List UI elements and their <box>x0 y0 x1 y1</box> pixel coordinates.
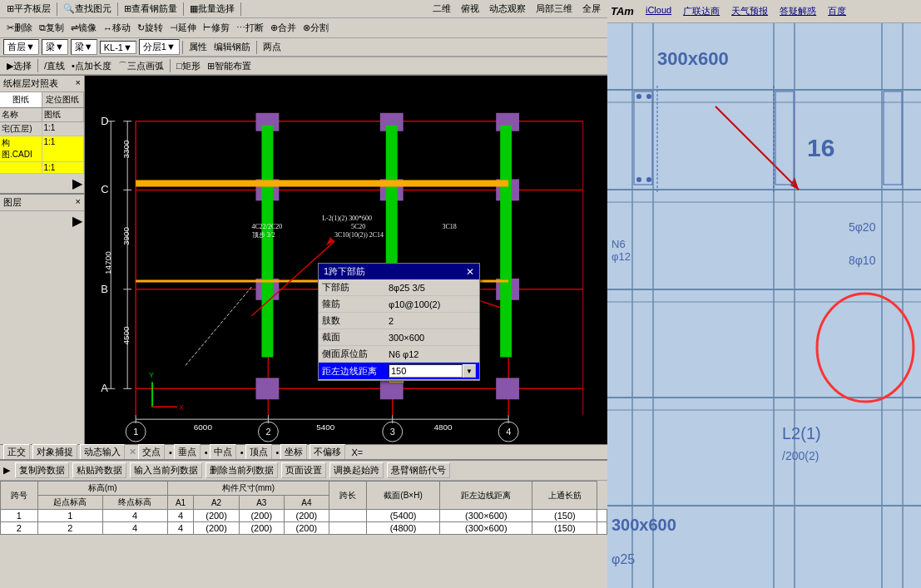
svg-text:8φ10: 8φ10 <box>849 254 876 267</box>
orthogonal-btn[interactable]: 正交 <box>3 444 30 460</box>
toolbar-merge[interactable]: ⊕合并 <box>267 21 300 35</box>
toolbar-trim[interactable]: ⊢修剪 <box>200 21 233 35</box>
td-span-len: (5400) <box>366 510 440 522</box>
bookmark-icloud[interactable]: iCloud <box>646 5 671 17</box>
toolbar-topview[interactable]: 俯视 <box>458 2 483 16</box>
vertex-btn[interactable]: 顶点 <box>245 444 272 460</box>
toolbar-point-length[interactable]: • 点加长度 <box>68 59 115 73</box>
sep3 <box>183 2 184 16</box>
toolbar-rect[interactable]: □ 矩形 <box>173 59 204 73</box>
toolbar-2d[interactable]: 二维 <box>429 2 454 16</box>
toolbar-dynamic[interactable]: 动态观察 <box>486 2 529 16</box>
bookmark-qa[interactable]: 答疑解惑 <box>780 5 816 17</box>
midpoint-btn[interactable]: 中点 <box>210 444 236 460</box>
toolbar-local3d[interactable]: 局部三维 <box>532 2 576 16</box>
copy-span-btn[interactable]: 复制跨数据 <box>15 462 69 478</box>
sidebar-row-2[interactable]: 构图.CADI 1:1 <box>0 136 84 162</box>
toolbar-twopoint[interactable]: 两点 <box>260 40 285 54</box>
toolbar-pingqi[interactable]: ⊞ 平齐板层 <box>3 2 54 16</box>
right-panel: TAm iCloud 广联达商 天气预报 答疑解惑 百度 <box>607 0 921 588</box>
dialog-close-button[interactable]: ✕ <box>466 266 474 278</box>
td-a2: (200) <box>239 522 284 535</box>
dialog-row-section: 截面 300×600 <box>319 329 479 346</box>
element-dropdown1[interactable]: 梁▼ <box>42 39 68 55</box>
toolbar-batch[interactable]: ▦ 批量选择 <box>186 2 238 16</box>
coordinate-btn[interactable]: 坐标 <box>280 444 307 460</box>
toolbar-rotate[interactable]: ↻旋转 <box>134 21 166 35</box>
dialog-title[interactable]: 1跨下部筋 ✕ <box>319 264 479 279</box>
tab-drawings[interactable]: 图纸 <box>0 92 42 107</box>
th-start-h: 起点标高 <box>37 496 102 510</box>
delete-col-btn[interactable]: 删除当前列数据 <box>205 462 278 478</box>
layer-dropdown[interactable]: 分层1▼ <box>139 39 180 55</box>
distance-dropdown[interactable]: ▼ <box>389 364 476 378</box>
bookmark-weather[interactable]: 天气预报 <box>731 5 768 17</box>
svg-text:N6: N6 <box>612 238 626 250</box>
svg-text:4800: 4800 <box>434 422 453 432</box>
floor-dropdown[interactable]: 首层▼ <box>3 39 39 55</box>
table-row[interactable]: 1 1 4 4 (200) (200) (200) (5400) (300×60… <box>1 510 607 522</box>
td-section: (300×600) <box>440 510 532 522</box>
toolbar-smart-layout[interactable]: ⊞ 智能布置 <box>204 59 255 73</box>
search-icon: 🔍 <box>63 3 75 14</box>
cantilever-btn[interactable]: 悬臂钢筋代号 <box>387 462 450 478</box>
drawing-canvas[interactable]: D C B A 1 2 <box>85 76 607 444</box>
toolbar-delete[interactable]: ✂删除 <box>3 21 36 35</box>
bookmark-glida[interactable]: 广联达商 <box>683 5 720 17</box>
canvas-svg: D C B A 1 2 <box>85 76 607 444</box>
table-row[interactable]: 2 2 4 4 (200) (200) (200) (4800) (300×60… <box>1 522 607 535</box>
sidebar-row-1[interactable]: 宅(五层) 1:1 <box>0 122 84 136</box>
left-panel: ⊞ 平齐板层 🔍 查找图元 ⊞ 查看钢筋量 ▦ 批量选择 <box>0 0 607 588</box>
intersection-btn[interactable]: 交点 <box>138 444 165 460</box>
toolbar-view-rebar[interactable]: ⊞ 查看钢筋量 <box>121 2 181 16</box>
td-a3: (200) <box>284 510 329 522</box>
perpendicular-btn[interactable]: 垂点 <box>174 444 201 460</box>
distance-input[interactable] <box>389 364 463 378</box>
svg-text:5φ20: 5φ20 <box>849 220 876 234</box>
td-a1: (200) <box>194 510 239 522</box>
sidebar-row-3[interactable]: 1:1 <box>0 162 84 174</box>
element-dropdown3[interactable]: KL-1▼ <box>100 41 136 54</box>
toolbar-break[interactable]: ⋯打断 <box>233 21 267 35</box>
bookmark-baidu[interactable]: 百度 <box>828 5 846 17</box>
swap-start-btn[interactable]: 调换起始跨 <box>329 462 384 478</box>
element-dropdown2[interactable]: 梁▼ <box>71 39 97 55</box>
object-snap-btn[interactable]: 对象捕捉 <box>32 444 77 460</box>
toolbar-property[interactable]: 属性 <box>186 40 210 54</box>
page-setup-btn[interactable]: 页面设置 <box>281 462 326 478</box>
panel-close-icon[interactable]: × <box>76 77 81 90</box>
toolbar-line[interactable]: / 直线 <box>41 59 68 73</box>
data-table-scroll[interactable]: 跨号 标高(m) 构件尺寸(mm) 跨长 截面(B×H) 距左边线距离 上通长筋… <box>0 481 607 535</box>
input-col-btn[interactable]: 输入当前列数据 <box>130 462 202 478</box>
paste-span-btn[interactable]: 粘贴跨数据 <box>72 462 126 478</box>
th-span-len: 跨长 <box>329 482 367 510</box>
toolbar-split[interactable]: ⊗分割 <box>300 21 332 35</box>
svg-text:300x600: 300x600 <box>657 48 729 69</box>
svg-text:3900: 3900 <box>121 226 131 245</box>
th-a1: A1 <box>167 496 194 510</box>
toolbar-fullscreen[interactable]: 全屏 <box>579 2 604 16</box>
dropdown-arrow[interactable]: ▼ <box>463 364 476 378</box>
svg-text:4: 4 <box>506 427 511 437</box>
toolbar-arc[interactable]: ⌒ 三点画弧 <box>115 59 167 73</box>
tab-position[interactable]: 定位图纸 <box>42 92 85 107</box>
td-a3: (200) <box>284 522 329 535</box>
svg-text:14700: 14700 <box>103 251 112 274</box>
toolbar-find[interactable]: 🔍 查找图元 <box>60 2 115 16</box>
toolbar-select[interactable]: ▶ 选择 <box>3 59 35 73</box>
svg-text:L2(1): L2(1) <box>782 424 821 442</box>
toolbar-extend[interactable]: ⊣延伸 <box>166 21 200 35</box>
toolbar-mirror[interactable]: ⇌镜像 <box>67 21 100 35</box>
expand-arrow[interactable]: ▶ <box>72 175 82 191</box>
layer-close-icon[interactable]: × <box>76 196 81 209</box>
dynamic-input-btn[interactable]: 动态输入 <box>80 444 125 460</box>
toolbar-edit-rebar[interactable]: 编辑钢筋 <box>210 40 254 54</box>
no-offset-btn[interactable]: 不偏移 <box>309 444 345 460</box>
svg-text:300x600: 300x600 <box>612 516 676 534</box>
toolbar-move[interactable]: ↔移动 <box>100 21 134 35</box>
layer-expand-arrow[interactable]: ▶ <box>72 213 82 229</box>
toolbar-row2: ✂删除 ⧉复制 ⇌镜像 ↔移动 ↻旋转 ⊣延伸 ⊢修剪 ⋯打断 ⊕合并 ⊗分割 <box>0 18 607 38</box>
toolbar-copy[interactable]: ⧉复制 <box>36 21 67 35</box>
th-end-h: 终点标高 <box>102 496 167 510</box>
dialog-row-distance[interactable]: 距左边线距离 ▼ <box>319 363 479 380</box>
